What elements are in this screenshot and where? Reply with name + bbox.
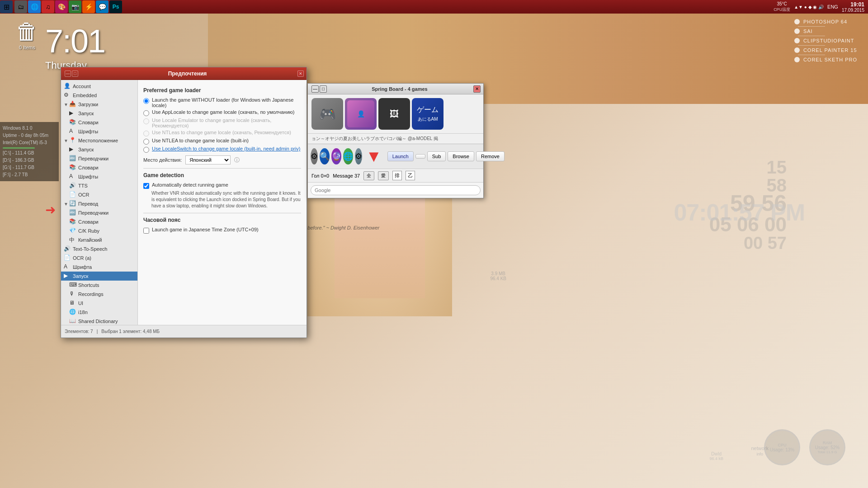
radio-ntleas[interactable] — [143, 131, 149, 136]
game-thumb-2[interactable]: 👤 — [345, 98, 377, 130]
radio-item-4[interactable]: Use NTLeas to change game locale (скачат… — [143, 130, 301, 136]
tree-item-fonts1[interactable]: A Шрифты — [61, 127, 137, 136]
checkbox-item-2[interactable]: Launch game in Japanese Time Zone (UTC+0… — [143, 227, 301, 234]
sys-drive-c: [C:\] - 111.4 GB — [3, 150, 56, 157]
fonts-icon-3: A — [64, 263, 71, 271]
radio-item-2[interactable]: Use AppLocale to change game locale (ска… — [143, 109, 301, 116]
tree-item-tts[interactable]: 🔊 TTS — [61, 181, 137, 190]
sb-kanji-btn[interactable]: 愛 — [378, 171, 389, 180]
radio-applocale[interactable] — [143, 110, 149, 116]
tree-label-fonts3: Шрифта — [73, 264, 92, 270]
trash-icon-container[interactable]: 🗑 0 Items — [9, 20, 45, 50]
prefs-minimize-btn[interactable]: — — [65, 70, 71, 77]
game-thumb-3[interactable]: 🖼 — [378, 98, 410, 130]
timezone-checkbox[interactable] — [143, 228, 149, 234]
sys-uptime: Uptime - 0 day 8h 05m — [3, 132, 56, 139]
sb-tool-search[interactable]: 🔍 — [320, 148, 330, 164]
sb-browse-btn[interactable]: Browse — [448, 151, 474, 161]
sb-all-btn[interactable]: 全 — [363, 171, 374, 180]
tree-item-account[interactable]: 👤 Account — [61, 82, 137, 91]
tree-item-embedded[interactable]: ⚙ Embedded — [61, 91, 137, 100]
tree-item-launch1[interactable]: ▶ Запуск — [61, 109, 137, 118]
sb-sub-btn[interactable]: Sub — [427, 151, 446, 161]
tree-item-fonts2[interactable]: A Шрифты — [61, 172, 137, 181]
tree-item-ckruby[interactable]: 💎 C/K Ruby — [61, 226, 137, 235]
tree-item-recordings[interactable]: 🎙 Recordings — [61, 290, 137, 299]
radio-localeswitch[interactable] — [143, 147, 149, 153]
right-app-corel-painter[interactable]: COREL PAINTER 15 — [793, 47, 859, 54]
sb-maximize-btn[interactable]: □ — [320, 85, 327, 93]
sb-tool-magic[interactable]: 🔮 — [331, 148, 341, 164]
game-thumb-4[interactable]: ゲームあにるAM — [412, 98, 443, 130]
springboard-titlebar: — □ Spring Board - 4 games ✕ — [308, 84, 483, 94]
prefs-close-btn[interactable]: ✕ — [297, 70, 304, 77]
springboard-title: Spring Board - 4 games — [327, 86, 472, 92]
radio-ntlea[interactable] — [143, 139, 149, 145]
sb-tool-globe[interactable]: 🌐 — [343, 148, 353, 164]
game-thumb-1[interactable]: 🎮 — [311, 98, 343, 130]
detection-description: Whether VNR should automatically sync wi… — [151, 190, 301, 209]
sb-remove-btn[interactable]: Remove — [476, 151, 505, 161]
radio-no-loader[interactable] — [143, 98, 149, 104]
tree-item-i18n[interactable]: 🌐 i18n — [61, 308, 137, 317]
tree-item-dicts3[interactable]: 📚 Словари — [61, 217, 137, 226]
sb-jp-btn-2[interactable]: 乙 — [406, 171, 415, 180]
radio-locale-emulator[interactable] — [143, 118, 149, 124]
right-app-clipstudio[interactable]: CLIPSTUDIOPAINT — [793, 37, 859, 44]
taskbar-icon-skype[interactable]: 💬 — [96, 0, 108, 13]
prefs-maximize-btn[interactable]: □ — [72, 70, 78, 77]
radio-item-3[interactable]: Use Locale Emulator to change game local… — [143, 117, 301, 128]
tree-label-recordings: Recordings — [78, 291, 104, 297]
auto-detect-checkbox[interactable] — [143, 183, 149, 189]
radio-group-loader: Launch the game WITHOUT loader (for Wind… — [143, 97, 301, 153]
tree-label-ocr2: OCR (a) — [73, 255, 91, 261]
right-app-corel-sketch[interactable]: COREL SKETH PRO — [793, 56, 859, 63]
sb-jp-btn-1[interactable]: 排 — [392, 171, 402, 180]
tree-item-dicts2[interactable]: 📚 Словари — [61, 163, 137, 172]
tree-item-translators3[interactable]: 🔤 Переводчики — [61, 208, 137, 217]
tree-item-ocr2[interactable]: 📄 OCR (a) — [61, 253, 137, 263]
arrow-down-icon-2: ▼ — [64, 138, 69, 143]
taskbar-icon-ps[interactable]: Ps — [109, 0, 122, 13]
taskbar-icon-filemanager[interactable]: 🗂 — [14, 0, 27, 13]
taskbar-icon-lightning[interactable]: ⚡ — [82, 0, 95, 13]
tree-item-shortcuts[interactable]: ⌨ Shortcuts — [61, 281, 137, 290]
tree-item-chinese[interactable]: 中 Китайский — [61, 235, 137, 244]
tree-item-translation[interactable]: ▼ 🔄 Перевод — [61, 199, 137, 208]
tree-item-ocr1[interactable]: 📄 OCR — [61, 190, 137, 199]
tree-item-tts2[interactable]: 🔊 Text-To-Speech — [61, 244, 137, 253]
sb-search-input[interactable] — [311, 185, 481, 195]
app-label-corel-sketch: COREL SKETH PRO — [803, 57, 857, 62]
taskbar-icon-itunes[interactable]: ♫ — [42, 0, 54, 13]
ocr-icon-2: 📄 — [64, 254, 71, 262]
sb-launch-btn[interactable]: Launch — [387, 151, 414, 161]
sys-os: Windows 8.1 0 — [3, 125, 56, 132]
radio-item-5[interactable]: Use NTLEA to change game locale (built-i… — [143, 138, 301, 145]
sb-minimize-btn[interactable]: — — [311, 85, 319, 93]
sb-tool-settings[interactable]: ⚙ — [355, 148, 362, 164]
tree-item-launch-selected[interactable]: ▶ Запуск — [61, 272, 137, 281]
start-button[interactable]: ⊞ — [0, 0, 13, 13]
right-app-photoshop[interactable]: PHOTOSHOP 64 — [793, 18, 859, 25]
right-app-sai[interactable]: SAI — [793, 28, 859, 35]
radio-item-6[interactable]: Use LocaleSwitch to change game locale (… — [143, 146, 301, 153]
tree-item-dicts1[interactable]: 📚 Словари — [61, 118, 137, 127]
tree-item-downloads[interactable]: ▼ 📥 Загрузки — [61, 100, 137, 109]
tree-item-translators2[interactable]: 🔤 Переводчики — [61, 154, 137, 163]
tree-item-location[interactable]: ▼ 📍 Местоположение — [61, 136, 137, 145]
taskbar-icon-art[interactable]: 🎨 — [55, 0, 68, 13]
sb-tool-gear[interactable]: ⚙ — [311, 148, 318, 164]
tree-item-fonts3[interactable]: A Шрифта — [61, 263, 137, 272]
checkbox-item-1[interactable]: Automatically detect running game — [143, 182, 301, 189]
taskbar-icon-photos[interactable]: 📷 — [69, 0, 81, 13]
clock-widget: 7:01 Thursday — [45, 23, 105, 71]
sb-close-btn[interactable]: ✕ — [473, 85, 481, 93]
tree-item-shared-dict[interactable]: 📖 Shared Dictionary — [61, 317, 137, 325]
location-select[interactable]: Японский — [185, 155, 231, 164]
tree-label-fonts2: Шрифты — [78, 174, 98, 179]
radio-item-1[interactable]: Launch the game WITHOUT loader (for Wind… — [143, 97, 301, 108]
taskbar-icon-browser[interactable]: 🌐 — [28, 0, 41, 13]
tree-item-launch2[interactable]: ▶ Запуск — [61, 145, 137, 154]
tree-item-ui[interactable]: 🖥 UI — [61, 299, 137, 308]
sb-edit-btn[interactable] — [415, 154, 425, 159]
